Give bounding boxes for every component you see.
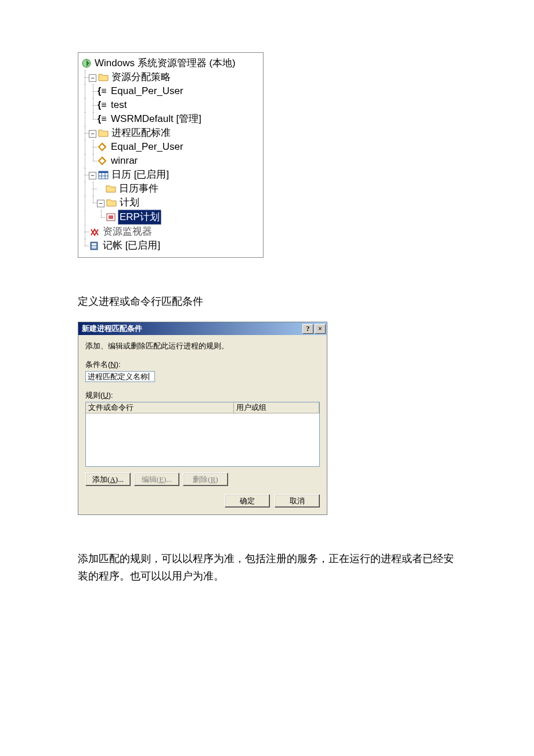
tree-item-monitor[interactable]: 资源监视器 [81, 225, 261, 239]
plan-item-icon [105, 211, 117, 223]
tree-folder-plan[interactable]: − 计划 [81, 196, 261, 210]
policy-icon: {≡ [97, 99, 109, 111]
help-button[interactable]: ? [302, 324, 313, 334]
dialog-titlebar: 新建进程匹配条件 ? × [78, 322, 327, 335]
expander-icon[interactable]: − [97, 200, 104, 207]
svg-rect-10 [109, 215, 113, 219]
close-button[interactable]: × [315, 324, 326, 334]
svg-text:{≡: {≡ [98, 87, 107, 96]
tree-item-label: 日历事件 [118, 182, 158, 196]
tree-item-test[interactable]: {≡ test [81, 98, 261, 112]
folder-icon [98, 127, 109, 139]
condition-name-input[interactable]: 进程匹配定义名称 [85, 371, 155, 382]
dialog-description: 添加、编辑或删除匹配此运行进程的规则。 [85, 341, 320, 351]
policy-icon: {≡ [97, 113, 109, 125]
tree-item-calendar-events[interactable]: 日历事件 [81, 182, 261, 196]
condition-name-label: 条件名(N): [85, 359, 320, 370]
svg-text:{≡: {≡ [98, 114, 107, 124]
tree-root[interactable]: Windows 系统资源管理器 (本地) [81, 56, 261, 70]
expander-icon[interactable]: − [89, 74, 96, 82]
tree-view: Windows 系统资源管理器 (本地) − 资源分配策略 {≡ Equal_P… [78, 52, 264, 258]
folder-icon [106, 197, 117, 208]
policy-icon: {≡ [97, 85, 109, 97]
expander-icon[interactable]: − [89, 130, 96, 138]
column-user-or-group[interactable]: 用户或组 [234, 402, 319, 413]
expander-icon[interactable]: − [89, 172, 96, 179]
svg-rect-13 [92, 246, 96, 249]
tree-item-erp-plan[interactable]: ERP计划 [81, 210, 261, 225]
tree-item-wsrmdefault[interactable]: {≡ WSRMDefault [管理] [81, 112, 261, 126]
ok-button[interactable]: 确定 [225, 494, 270, 507]
listview-header: 文件或命令行 用户或组 [86, 402, 319, 413]
folder-icon [98, 71, 109, 83]
tree-item-label: 记帐 [已启用] [102, 239, 160, 253]
folder-icon [105, 183, 117, 195]
tree-item-equal-per-user-2[interactable]: Equal_Per_User [81, 140, 261, 154]
tree-item-label: winrar [110, 154, 138, 168]
process-icon [97, 141, 109, 153]
tree-item-label: Equal_Per_User [110, 140, 183, 154]
tree-item-label: WSRMDefault [管理] [110, 112, 201, 126]
tree-folder-process-match[interactable]: − 进程匹配标准 [81, 126, 261, 140]
tree-item-label: 进程匹配标准 [110, 126, 171, 140]
delete-button[interactable]: 删除(R) [183, 473, 228, 486]
paragraph-1: 定义进程或命令行匹配条件 [78, 293, 456, 310]
paragraph-2: 添加匹配的规则，可以以程序为准，包括注册的服务，正在运行的进程或者已经安装的程序… [78, 550, 456, 585]
tree-folder-calendar[interactable]: − 日历 [已启用] [81, 168, 261, 182]
tree-item-equal-per-user[interactable]: {≡ Equal_Per_User [81, 84, 261, 98]
tree-item-accounting[interactable]: 记帐 [已启用] [81, 239, 261, 253]
accounting-icon [89, 240, 100, 251]
add-button[interactable]: 添加(A)... [85, 473, 131, 486]
rules-listview[interactable]: 文件或命令行 用户或组 [85, 402, 320, 467]
process-icon [97, 155, 109, 167]
wsrm-root-icon [81, 57, 92, 69]
tree-item-label: 计划 [118, 196, 139, 210]
dialog-new-process-match: 新建进程匹配条件 ? × 添加、编辑或删除匹配此运行进程的规则。 条件名(N):… [78, 322, 327, 515]
tree-item-label: 资源分配策略 [110, 70, 171, 84]
edit-button[interactable]: 编辑(E)... [134, 473, 179, 486]
tree-item-winrar[interactable]: winrar [81, 154, 261, 168]
tree-root-label: Windows 系统资源管理器 (本地) [93, 56, 236, 70]
svg-rect-5 [99, 171, 108, 173]
tree-item-label: Equal_Per_User [110, 84, 183, 98]
tree-item-label: 日历 [已启用] [110, 168, 169, 182]
tree-item-label-selected: ERP计划 [118, 210, 161, 225]
svg-text:{≡: {≡ [98, 100, 107, 110]
cancel-button[interactable]: 取消 [275, 494, 320, 507]
tree-item-label: test [110, 98, 127, 112]
dialog-title: 新建进程匹配条件 [82, 323, 142, 334]
column-file-or-command[interactable]: 文件或命令行 [86, 402, 234, 413]
tree-folder-policies[interactable]: − 资源分配策略 [81, 70, 261, 84]
tree-item-label: 资源监视器 [102, 225, 152, 239]
monitor-icon [89, 226, 100, 237]
rules-label: 规则(U): [85, 390, 320, 401]
calendar-icon [98, 169, 109, 181]
svg-rect-12 [92, 243, 96, 245]
